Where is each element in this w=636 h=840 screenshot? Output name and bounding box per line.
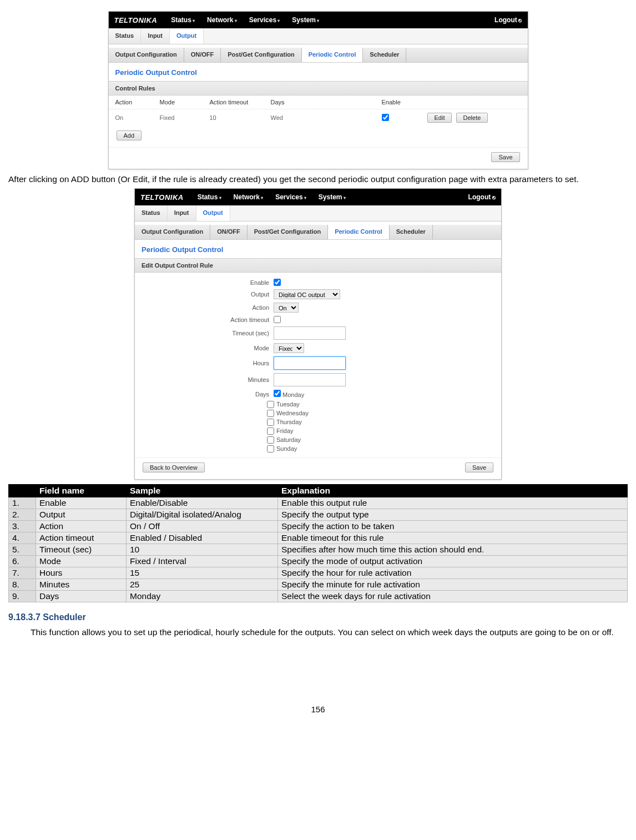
th-sample: Sample [127,485,278,497]
nav-network[interactable]: Network [207,16,237,24]
tab-periodic-control[interactable]: Periodic Control [328,225,390,239]
col-mode: Mode [160,99,210,105]
back-button[interactable]: Back to Overview [143,462,205,472]
tab-input[interactable]: Input [141,28,170,44]
col-action: Action [115,99,160,105]
day-wednesday-checkbox[interactable] [267,410,274,417]
hours-input[interactable] [274,356,346,370]
cell-action: On [115,114,160,121]
tab-onoff[interactable]: ON/OFF [210,225,248,239]
io-tabs: Status Input Output [109,28,528,44]
save-button[interactable]: Save [491,152,519,162]
label-mode: Mode [142,345,274,351]
action-select[interactable]: On [274,303,299,313]
topbar: TELTONIKA Status Network Services System… [109,12,528,28]
edit-rule-header: Edit Output Control Rule [135,258,501,273]
day-thursday-checkbox[interactable] [267,419,274,426]
tab-output-config[interactable]: Output Configuration [109,48,184,62]
day-sunday-checkbox[interactable] [267,445,274,452]
table-row: On Fixed 10 Wed Edit Delete [109,109,528,126]
tab-periodic-control[interactable]: Periodic Control [302,48,364,62]
action-timeout-checkbox[interactable] [274,316,281,323]
logo: TELTONIKA [140,193,184,202]
topbar: TELTONIKA Status Network Services System… [135,189,501,205]
th-num [9,485,36,497]
control-rules-header: Control Rules [109,81,528,95]
label-action-timeout: Action timeout [142,316,274,323]
cell-days: Wed [271,114,382,121]
output-select[interactable]: Digital OC output [274,289,340,299]
tab-output-config[interactable]: Output Configuration [135,225,210,239]
enable-checkbox[interactable] [274,279,281,286]
timeout-input[interactable] [274,326,346,340]
th-field: Field name [36,485,127,497]
label-days: Days [142,391,274,398]
section-title: Periodic Output Control [109,63,528,81]
rules-table-head: Action Mode Action timeout Days Enable [109,95,528,109]
nav-services[interactable]: Services [275,193,306,201]
nav-status[interactable]: Status [198,193,221,201]
mode-select[interactable]: Fixed [274,343,304,353]
th-explanation: Explanation [278,485,628,497]
col-timeout: Action timeout [210,99,271,105]
cell-mode: Fixed [160,114,210,121]
scheduler-heading: 9.18.3.7 Scheduler [8,612,628,622]
screenshot-rules-list: TELTONIKA Status Network Services System… [108,11,528,169]
day-friday-checkbox[interactable] [267,427,274,435]
label-minutes: Minutes [142,376,274,383]
save-button[interactable]: Save [465,462,493,472]
tab-output[interactable]: Output [170,28,204,44]
table-row: 6.ModeFixed / IntervalSpecify the mode o… [9,556,628,567]
logo: TELTONIKA [114,16,158,24]
cell-timeout: 10 [210,114,271,121]
label-action: Action [142,304,274,311]
label-timeout-sec: Timeout (sec) [142,330,274,336]
tab-status[interactable]: Status [135,205,168,221]
table-row: 4.Action timeoutEnabled / DisabledEnable… [9,532,628,544]
col-days: Days [271,99,382,105]
day-tuesday-checkbox[interactable] [267,401,274,408]
day-monday-checkbox[interactable] [274,390,281,397]
tab-scheduler[interactable]: Scheduler [363,48,406,62]
tab-scheduler[interactable]: Scheduler [390,225,433,239]
delete-button[interactable]: Delete [456,113,488,123]
tab-postget[interactable]: Post/Get Configuration [248,225,328,239]
tab-input[interactable]: Input [168,205,196,221]
table-row: 3.ActionOn / OffSpecify the action to be… [9,521,628,532]
logout-link[interactable]: Logout [494,16,522,24]
minutes-input[interactable] [274,373,346,386]
nav-network[interactable]: Network [234,193,264,201]
nav-system[interactable]: System [319,193,346,201]
nav-system[interactable]: System [292,16,319,24]
page-number: 156 [8,705,628,714]
tab-output[interactable]: Output [196,205,230,221]
logout-link[interactable]: Logout [468,193,496,201]
table-row: 2.OutputDigital/Digital isolated/AnalogS… [9,509,628,521]
day-saturday-checkbox[interactable] [267,436,274,444]
table-row: 8.Minutes25Specify the minute for rule a… [9,579,628,591]
label-enable: Enable [142,279,274,286]
field-explanation-table: Field name Sample Explanation 1.EnableEn… [8,484,628,602]
label-hours: Hours [142,360,274,366]
config-tabs: Output Configuration ON/OFF Post/Get Con… [109,48,528,63]
nav-services[interactable]: Services [249,16,280,24]
table-row: 9.DaysMondaySelect the week days for rul… [9,591,628,602]
scheduler-text: This function allows you to set up the p… [8,627,628,638]
label-output: Output [142,291,274,298]
tab-onoff[interactable]: ON/OFF [184,48,221,62]
table-row: 1.EnableEnable/DisableEnable this output… [9,497,628,509]
add-button[interactable]: Add [117,130,142,140]
edit-button[interactable]: Edit [427,113,452,123]
paragraph-after-add: After clicking on ADD button (Or Edit, i… [8,174,628,185]
tab-status[interactable]: Status [109,28,142,44]
topnav-menu: Status Network Services System [171,16,494,24]
section-title: Periodic Output Control [135,240,501,258]
table-row: 5.Timeout (sec)10Specifies after how muc… [9,544,628,556]
tab-postget[interactable]: Post/Get Configuration [221,48,301,62]
enable-checkbox[interactable] [382,114,389,121]
nav-status[interactable]: Status [171,16,195,24]
screenshot-edit-rule: TELTONIKA Status Network Services System… [134,188,502,480]
table-row: 7.Hours15Specify the hour for rule activ… [9,567,628,579]
col-enable: Enable [382,99,426,105]
